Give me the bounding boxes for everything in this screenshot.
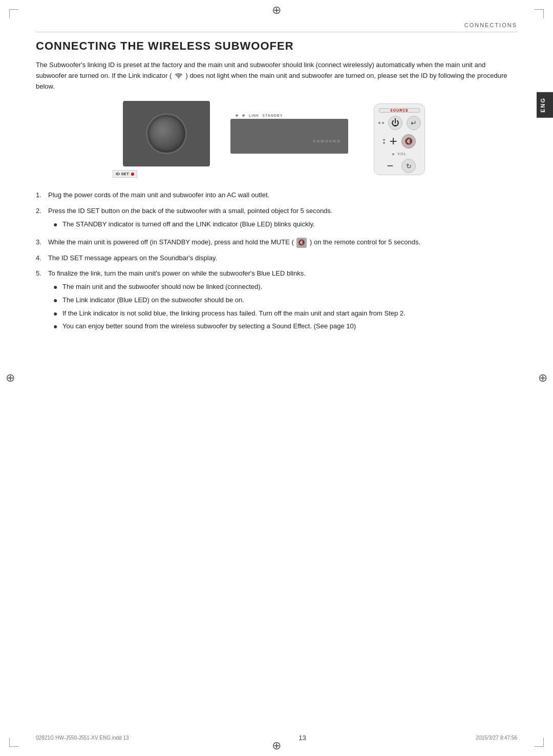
standby-dot (242, 114, 245, 117)
crop-mark-br (535, 738, 544, 747)
dot-3 (383, 139, 385, 141)
step-2-text: Press the ID SET button on the back of t… (48, 207, 332, 215)
link-indicator-icon (175, 72, 183, 79)
bullet-dot-2: ● (53, 282, 58, 293)
minus-icon: − (383, 159, 397, 173)
step-5: 5. To finalize the link, turn the main u… (36, 268, 517, 334)
step-5-bullet-2: ● The Link indicator (Blue LED) on the s… (53, 295, 517, 306)
input-button-diagram: ↵ (407, 116, 421, 130)
id-set-text: ID SET (116, 172, 129, 176)
vol-row: VOL (392, 152, 406, 156)
step-3: 3. While the main unit is powered off (i… (36, 237, 517, 248)
bullet-dot-5: ● (53, 321, 58, 332)
volume-dots-left (383, 139, 385, 144)
repeat-button-diagram: ↻ (401, 159, 416, 173)
remote-diagram: SOURCE ⏻ ↵ + 🔇 (358, 101, 440, 178)
remote-bottom-row: − ↻ (383, 159, 416, 173)
step-5-num: 5. (36, 268, 45, 334)
reg-mark-top (270, 4, 283, 16)
page-number: 13 (299, 734, 306, 742)
step-4: 4. The ID SET message appears on the Sou… (36, 253, 517, 263)
step-2-bullet-1: ● The STANDBY indicator is turned off an… (53, 219, 517, 230)
subwoofer-body (123, 101, 210, 166)
step-4-text: The ID SET message appears on the Soundb… (48, 253, 517, 263)
remote-middle-row: + 🔇 (383, 133, 415, 149)
step-5-bullet-1-text: The main unit and the subwoofer should n… (62, 282, 262, 293)
step-2: 2. Press the ID SET button on the back o… (36, 206, 517, 233)
dot-5 (392, 153, 394, 155)
step-1-text: Plug the power cords of the main unit an… (48, 190, 517, 200)
step-5-bullets: ● The main unit and the subwoofer should… (53, 282, 517, 332)
link-dot (236, 114, 238, 117)
header-divider (36, 32, 517, 32)
mute-button-diagram: 🔇 (401, 134, 416, 149)
bullet-dot-1: ● (53, 219, 58, 230)
source-button-diagram: SOURCE (379, 108, 420, 113)
dot-1 (378, 122, 380, 124)
crop-mark-bl (9, 738, 18, 747)
remote-body: SOURCE ⏻ ↵ + 🔇 (374, 103, 425, 175)
reg-mark-right (537, 372, 549, 384)
power-button-diagram: ⏻ (388, 116, 402, 130)
footer: 02821G HW-J550-J551-XV ENG.indd 13 13 20… (36, 734, 517, 742)
bullet-dot-4: ● (53, 308, 58, 320)
step-5-text: To finalize the link, turn the main unit… (48, 269, 306, 277)
section-header: CONNECTIONS (36, 20, 517, 29)
step-1-num: 1. (36, 190, 45, 200)
intro-paragraph: The Subwoofer's linking ID is preset at … (36, 60, 517, 92)
dot-4 (383, 142, 385, 144)
remote-dots-left (378, 122, 384, 124)
step-5-content: To finalize the link, turn the main unit… (48, 268, 517, 334)
step-2-num: 2. (36, 206, 45, 233)
step-5-bullet-2-text: The Link indicator (Blue LED) on the sub… (62, 295, 244, 306)
step-2-content: Press the ID SET button on the back of t… (48, 206, 517, 233)
footer-right: 2015/3/27 8:47:56 (476, 735, 517, 741)
crop-mark-tr (535, 9, 544, 18)
diagram-area: ID SET LINK STANDBY SAMSUNG SOURCE (36, 101, 517, 178)
soundbar-diagram: LINK STANDBY SAMSUNG (230, 114, 353, 165)
remote-top-buttons: ⏻ ↵ (378, 116, 421, 130)
crop-mark-tl (9, 9, 18, 18)
plus-icon: + (389, 133, 397, 149)
subwoofer-diagram: ID SET (113, 101, 225, 178)
step-5-bullet-4-text: You can enjoy better sound from the wire… (62, 321, 356, 332)
speaker-cone (146, 113, 187, 154)
bullet-dot-3: ● (53, 295, 58, 306)
language-tab: ENG (537, 92, 553, 118)
mute-icon-inline: 🔇 (296, 238, 307, 248)
led-indicator (131, 173, 134, 176)
dot-2 (382, 122, 384, 124)
step-2-bullet-text: The STANDBY indicator is turned off and … (62, 219, 315, 230)
steps-list: 1. Plug the power cords of the main unit… (36, 190, 517, 334)
section-title: CONNECTIONS (464, 22, 517, 28)
step-4-num: 4. (36, 253, 45, 263)
footer-left: 02821G HW-J550-J551-XV ENG.indd 13 (36, 735, 129, 741)
step-2-bullets: ● The STANDBY indicator is turned off an… (53, 219, 517, 230)
vol-label: VOL (397, 152, 406, 156)
page-title: CONNECTING THE WIRELESS SUBWOOFER (36, 39, 517, 53)
soundbar-brand: SAMSUNG (313, 139, 341, 143)
step-3-num: 3. (36, 237, 45, 248)
link-standby-label: LINK STANDBY (249, 114, 283, 117)
reg-mark-left (4, 372, 16, 384)
step-5-bullet-4: ● You can enjoy better sound from the wi… (53, 321, 517, 332)
soundbar-body: SAMSUNG (230, 119, 348, 154)
step-5-bullet-3-text: If the Link indicator is not solid blue,… (62, 308, 406, 320)
page: ENG CONNECTIONS CONNECTING THE WIRELESS … (0, 0, 553, 756)
step-5-bullet-3: ● If the Link indicator is not solid blu… (53, 308, 517, 320)
step-3-text: While the main unit is powered off (in S… (48, 237, 517, 248)
id-set-label: ID SET (113, 170, 137, 178)
step-1: 1. Plug the power cords of the main unit… (36, 190, 517, 200)
step-5-bullet-1: ● The main unit and the subwoofer should… (53, 282, 517, 293)
